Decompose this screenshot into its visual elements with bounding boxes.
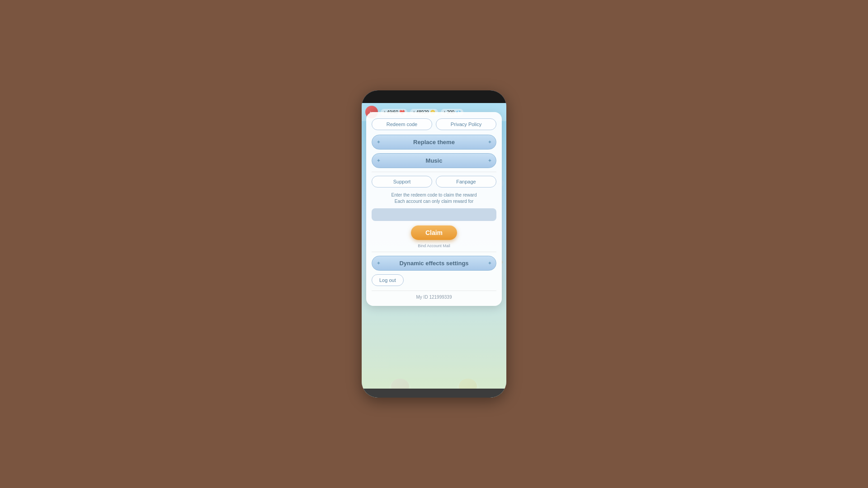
replace-theme-star-left: ✦ [377, 140, 380, 145]
privacy-policy-button[interactable]: Privacy Policy [436, 118, 496, 130]
claim-button[interactable]: Claim [411, 225, 457, 240]
redeem-code-button[interactable]: Redeem code [372, 118, 432, 130]
divider-2 [372, 252, 496, 252]
redeem-info: Enter the redeem code to claim the rewar… [372, 192, 496, 205]
fanpage-button[interactable]: Fanpage [436, 176, 496, 188]
redeem-info-line2: Each account can only claim reward for [372, 198, 496, 205]
dynamic-effects-star-left: ✦ [377, 261, 380, 266]
my-id: My ID 121999339 [372, 291, 496, 300]
replace-theme-button[interactable]: ✦ Replace theme ✦ [372, 135, 496, 150]
dynamic-effects-button[interactable]: ✦ Dynamic effects settings ✦ [372, 256, 496, 271]
phone-container: ← + 49/60 ❤️ + 48929 🪙 + 200 💎 [362, 90, 506, 398]
music-button[interactable]: ✦ Music ✦ [372, 153, 496, 168]
support-fanpage-buttons: Support Fanpage [372, 176, 496, 188]
bind-account-text: Bind Account Mail [372, 244, 496, 248]
phone-wrapper: ← + 49/60 ❤️ + 48929 🪙 + 200 💎 [362, 90, 506, 398]
music-label: Music [426, 157, 443, 164]
redeem-info-line1: Enter the redeem code to claim the rewar… [372, 192, 496, 198]
music-star-left: ✦ [377, 158, 380, 163]
replace-theme-star-right: ✦ [488, 140, 491, 145]
log-out-row: Log out [372, 274, 496, 286]
replace-theme-label: Replace theme [413, 139, 455, 145]
dynamic-effects-label: Dynamic effects settings [399, 260, 468, 267]
dynamic-effects-star-right: ✦ [488, 261, 491, 266]
music-star-right: ✦ [488, 158, 491, 163]
game-background: ← + 49/60 ❤️ + 48929 🪙 + 200 💎 [362, 103, 506, 398]
support-button[interactable]: Support [372, 176, 432, 188]
redeem-input[interactable] [372, 208, 496, 221]
settings-modal: Redeem code Privacy Policy ✦ Replace the… [366, 112, 502, 306]
log-out-button[interactable]: Log out [372, 274, 404, 286]
claim-btn-container: Claim [372, 225, 496, 240]
top-action-buttons: Redeem code Privacy Policy [372, 118, 496, 130]
divider-1 [372, 172, 496, 172]
phone-top-bar [362, 90, 506, 103]
